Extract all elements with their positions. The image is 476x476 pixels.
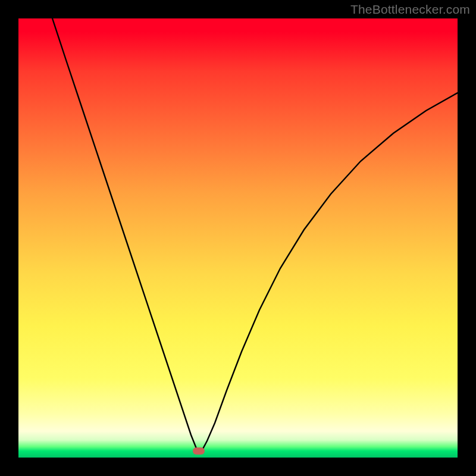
watermark-text: TheBottlenecker.com (350, 2, 470, 17)
chart-frame: TheBottlenecker.com (0, 0, 476, 476)
optimum-marker (193, 447, 205, 455)
bottleneck-curve (18, 18, 458, 458)
plot-area (18, 18, 458, 458)
